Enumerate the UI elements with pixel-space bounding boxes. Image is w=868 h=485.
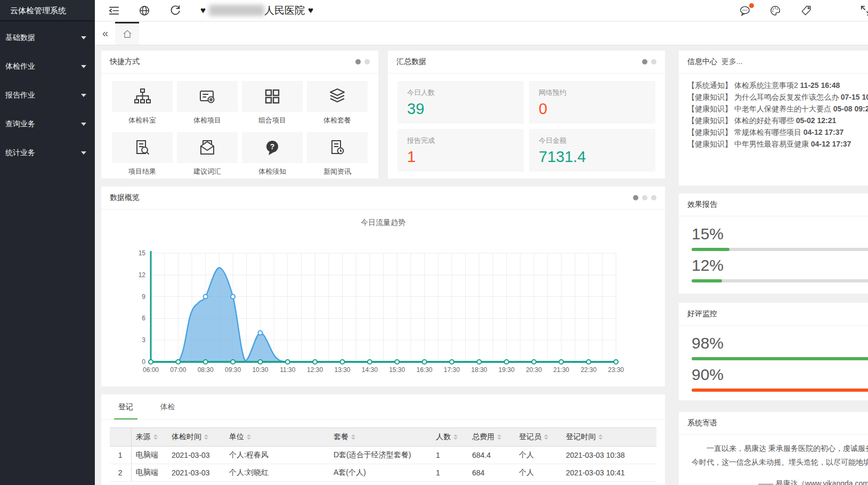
col-people[interactable]: 人数 xyxy=(432,428,468,447)
sidebar-item-query[interactable]: 查询业务 xyxy=(0,110,95,139)
svg-text:15:30: 15:30 xyxy=(389,366,405,374)
carousel-dot[interactable] xyxy=(651,59,656,64)
svg-text:6: 6 xyxy=(142,314,145,322)
table-row[interactable]: 1 电脑端 2021-03-03 个人:程春风 D套(适合于经济型套餐) 1 6… xyxy=(110,447,656,464)
sidebar-item-basic-data[interactable]: 基础数据 xyxy=(0,23,95,52)
news-item[interactable]: 【健康知识】 中年男性最容易亚健康 04-12 17:37 xyxy=(687,138,868,150)
chevron-down-icon xyxy=(81,65,86,68)
quick-access-card: 快捷方式 体检科室 体检项目 xyxy=(101,51,378,179)
news-date: 07-15 10:30 xyxy=(841,93,868,101)
fullscreen-icon[interactable] xyxy=(860,5,868,17)
quick-item-exam-notice[interactable]: ? 体检须知 xyxy=(242,132,303,183)
sidebar-item-report-work[interactable]: 报告作业 xyxy=(0,81,95,110)
col-total-fee[interactable]: 总费用 xyxy=(468,428,515,447)
svg-text:21:30: 21:30 xyxy=(553,366,569,374)
app-title: 云体检管理系统 xyxy=(0,0,95,21)
traffic-trend-chart: 0369121506:0007:0008:3009:3010:3011:3012… xyxy=(101,228,665,387)
system-message-signature: —— 易康达（www.yikangda.com） xyxy=(692,476,868,485)
quick-item-label: 组合项目 xyxy=(242,116,303,125)
col-unit[interactable]: 单位 xyxy=(225,428,329,447)
sidebar-item-label: 体检作业 xyxy=(5,62,35,71)
news-tag: 【系统通知】 xyxy=(687,81,732,90)
progress-bar xyxy=(692,248,868,251)
globe-icon[interactable] xyxy=(139,5,150,17)
svg-text:06:00: 06:00 xyxy=(143,366,159,374)
quick-item-exam-department[interactable]: 体检科室 xyxy=(112,81,173,132)
carousel-dot[interactable] xyxy=(633,195,638,200)
sidebar: 云体检管理系统 基础数据 体检作业 报告作业 查询业务 统计业务 xyxy=(0,0,95,485)
stat-label: 网络预约 xyxy=(539,88,646,98)
carousel-dot[interactable] xyxy=(355,59,361,64)
news-item[interactable]: 【健康知识】 常规体检有哪些项目 04-12 17:37 xyxy=(687,126,868,138)
table-header-row: 来源 体检时间 单位 套餐 人数 总费用 登记员 登记时间 xyxy=(110,428,656,447)
tab-register[interactable]: 登记 xyxy=(114,402,137,419)
tab-home[interactable] xyxy=(115,22,139,45)
card-title: 信息中心 xyxy=(687,57,717,67)
sidebar-item-label: 查询业务 xyxy=(5,119,35,129)
collapse-tabs-icon[interactable]: « xyxy=(102,27,108,39)
heart-icon: ♥ xyxy=(200,5,206,16)
table-row[interactable]: 2 电脑端 2021-03-03 个人:刘晓红 A套(个人) 1 684 个人 … xyxy=(110,464,656,482)
summary-card: 汇总数据 今日人数 39 网络预约 0 报告完成 1 今日金额 7131.4 xyxy=(388,51,665,179)
quick-item-exam-package[interactable]: 体检套餐 xyxy=(307,81,368,132)
news-item[interactable]: 【健康知识】 体检的好处有哪些 05-02 12:21 xyxy=(687,115,868,126)
sidebar-item-exam-work[interactable]: 体检作业 xyxy=(0,52,95,81)
news-item[interactable]: 【系统通知】 体检系统注意事项2 11-25 16:48 xyxy=(687,79,868,91)
sort-icon[interactable] xyxy=(351,434,355,440)
percent-value: 12% xyxy=(692,256,868,274)
quick-item-item-results[interactable]: 项目结果 xyxy=(112,132,173,183)
tag-icon[interactable] xyxy=(800,5,812,17)
refresh-icon[interactable] xyxy=(169,5,181,17)
quick-item-label: 体检须知 xyxy=(242,167,303,176)
col-exam-time[interactable]: 体检时间 xyxy=(167,428,225,447)
quick-item-suggestion-words[interactable]: 建议词汇 xyxy=(177,132,238,183)
svg-text:15: 15 xyxy=(139,249,146,257)
news-item[interactable]: 【健康知识】 中老年人保健养生的十大要点 05-08 09:26 xyxy=(687,103,868,115)
col-source[interactable]: 来源 xyxy=(131,428,167,447)
stat-online-booking: 网络预约 0 xyxy=(529,81,655,124)
theme-palette-icon[interactable] xyxy=(769,5,781,17)
svg-text:09:30: 09:30 xyxy=(225,366,241,374)
sort-icon[interactable] xyxy=(497,434,501,440)
progress-bar xyxy=(692,279,868,282)
sort-icon[interactable] xyxy=(453,434,458,440)
mail-icon xyxy=(198,138,217,157)
sort-icon[interactable] xyxy=(247,434,251,440)
svg-text:13:30: 13:30 xyxy=(334,366,350,374)
col-package[interactable]: 套餐 xyxy=(329,428,432,447)
quick-item-exam-items[interactable]: 体检项目 xyxy=(177,81,238,132)
carousel-dots xyxy=(355,59,370,64)
col-registrar[interactable]: 登记员 xyxy=(515,428,562,447)
tab-exam[interactable]: 体检 xyxy=(156,402,179,418)
quick-item-combo-items[interactable]: 组合项目 xyxy=(242,81,303,132)
stat-today-people: 今日人数 39 xyxy=(398,81,524,124)
stat-today-amount: 今日金额 7131.4 xyxy=(529,129,655,172)
menu-fold-icon[interactable] xyxy=(108,5,120,17)
sitemap-icon xyxy=(133,87,152,106)
svg-text:12:30: 12:30 xyxy=(307,366,323,374)
col-register-time[interactable]: 登记时间 xyxy=(562,428,656,447)
stat-value: 0 xyxy=(539,100,646,118)
data-overview-card: 数据概览 今日流量趋势 0369121506:0007:0008:3009:30… xyxy=(101,187,665,386)
sort-icon[interactable] xyxy=(153,434,158,440)
carousel-dots xyxy=(633,195,656,200)
carousel-dot[interactable] xyxy=(642,195,647,200)
sort-icon[interactable] xyxy=(204,434,208,440)
progress-fill xyxy=(692,389,868,392)
messages-icon[interactable] xyxy=(739,5,751,17)
chevron-down-icon xyxy=(81,123,86,126)
quick-item-news[interactable]: 新闻资讯 xyxy=(307,132,368,183)
sort-icon[interactable] xyxy=(598,434,603,440)
system-message-text: 一直以来，易康达 秉承服务医院的初心，虔诚服务者，在商业横飞的当今时代，这一信念… xyxy=(692,441,868,469)
sort-icon[interactable] xyxy=(544,434,548,440)
more-link[interactable]: 更多... xyxy=(721,57,743,67)
news-date: 05-02 12:21 xyxy=(796,116,837,125)
carousel-dot[interactable] xyxy=(642,59,647,64)
card-title: 系统寄语 xyxy=(687,418,717,428)
news-item[interactable]: 【健康知识】 为什么耳鸣会反复发作该怎么办 07-15 10:30 xyxy=(687,91,868,103)
layers-icon xyxy=(328,87,347,106)
quick-item-label: 体检项目 xyxy=(177,116,238,125)
sidebar-item-statistics[interactable]: 统计业务 xyxy=(0,139,95,167)
carousel-dot[interactable] xyxy=(364,59,370,64)
carousel-dot[interactable] xyxy=(651,195,656,200)
